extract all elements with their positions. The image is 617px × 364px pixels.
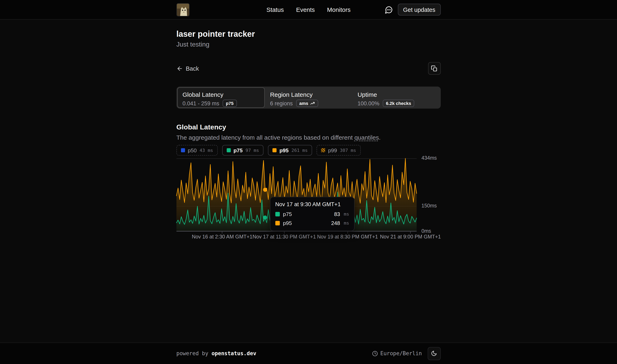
x-axis-tick-4: Nov 21 at 9:00 PM GMT+1 [380,234,441,240]
powered-by: powered by openstatus.dev [176,350,256,356]
p99-swatch [321,148,325,152]
y-axis-tick-150: 150ms [421,203,437,209]
tab-value: 0.041 - 259 ms [183,100,219,106]
tab-value: 6 regions [270,100,293,106]
feedback-chat-button[interactable] [385,5,393,14]
legend-value: 307 ms [340,148,356,153]
quantiles-link[interactable]: quantiles [354,134,379,141]
p50-swatch [181,148,185,152]
trending-up-icon [310,101,315,106]
legend-p95-button[interactable]: p95 261 ms [268,145,312,156]
tab-title: Region Latency [270,91,347,98]
legend-label: p75 [234,147,243,153]
legend-label: p99 [328,147,337,153]
x-axis-tick-2: Nov 17 at 11:30 PM GMT+1 [252,234,316,240]
legend-p99-button[interactable]: p99 307 ms [317,145,361,156]
nav-status[interactable]: Status [266,6,284,13]
cat-logo-graphic [177,3,190,16]
section-title: Global Latency [176,122,441,132]
tooltip-p75-swatch [275,212,280,216]
x-axis-tick-3: Nov 19 at 8:30 PM GMT+1 [317,234,378,240]
tab-title: Uptime [358,91,435,98]
tab-region-latency[interactable]: Region Latency 6 regions ams [265,87,352,108]
x-axis-tick-1: Nov 16 at 2:30 AM GMT+1 [192,234,252,240]
tooltip-row-p75: p75 83 ms [275,211,349,217]
tab-title: Global Latency [183,91,260,98]
theme-toggle-button[interactable] [428,347,441,360]
tooltip-label: p75 [283,211,331,217]
site-header: Status Events Monitors Get updates [0,0,617,20]
back-label: Back [186,65,199,72]
back-button[interactable]: Back [176,65,199,72]
section-description: The aggregated latency from all active r… [176,133,441,142]
tooltip-row-p95: p95 248 ms [275,220,349,226]
get-updates-button[interactable]: Get updates [398,4,441,15]
legend-label: p50 [188,147,197,153]
clock-icon [372,351,378,356]
logo-image[interactable] [176,3,190,16]
arrow-left-icon [176,65,183,72]
tooltip-value: 248 [331,220,340,226]
quantile-badge: p75 [223,100,237,107]
chart-legend: p50 43 ms p75 97 ms p95 261 ms p99 307 m… [176,145,441,156]
legend-value: 43 ms [199,148,213,153]
nav-events[interactable]: Events [296,6,315,13]
description-period: . [379,134,381,141]
tooltip-label: p95 [283,220,328,226]
metric-tabs: Global Latency 0.041 - 259 ms p75 Region… [176,87,441,109]
message-bubble-icon [385,5,393,14]
p95-swatch [273,148,276,152]
region-badge: ams [296,100,318,107]
tooltip-unit: ms [344,221,349,226]
moon-icon [431,350,437,356]
tooltip-unit: ms [344,211,349,217]
y-axis-tick-0: 0ms [421,228,431,234]
legend-p50-button[interactable]: p50 43 ms [176,145,218,156]
main-content: laser pointer tracker Just testing Back [176,20,441,240]
main-nav: Status Events Monitors [266,6,351,13]
y-axis-tick-434: 434ms [421,155,437,161]
copy-icon [431,65,438,72]
timezone-display: Europe/Berlin [372,350,422,356]
latency-chart: 434ms 150ms 0ms Nov 16 at 2:30 AM GMT+1 … [176,158,441,240]
site-footer: powered by openstatus.dev Europe/Berlin [0,342,617,364]
description-text: The aggregated latency from all active r… [176,134,354,141]
tab-global-latency[interactable]: Global Latency 0.041 - 259 ms p75 [177,87,265,108]
p75-swatch [226,148,231,152]
timezone-label: Europe/Berlin [380,350,422,356]
tooltip-value: 83 [334,211,340,217]
page-title: laser pointer tracker [176,29,441,39]
nav-monitors[interactable]: Monitors [327,6,351,13]
tooltip-timestamp: Nov 17 at 9:30 AM GMT+1 [275,201,349,208]
checks-badge: 6.2k checks [382,100,414,107]
legend-label: p95 [279,147,289,153]
tab-value: 100.00% [358,100,380,106]
region-badge-label: ams [299,100,308,106]
status-page: Status Events Monitors Get updates laser [0,0,617,364]
openstatus-link[interactable]: openstatus.dev [211,350,256,356]
powered-by-prefix: powered by [176,350,211,356]
copy-link-button[interactable] [428,62,441,75]
legend-value: 261 ms [291,148,308,153]
page-subtitle: Just testing [176,40,441,49]
legend-p75-button[interactable]: p75 97 ms [222,145,263,156]
chart-tooltip: Nov 17 at 9:30 AM GMT+1 p75 83 ms p95 24… [270,197,354,231]
tab-uptime[interactable]: Uptime 100.00% 6.2k checks [352,87,440,108]
tooltip-p95-swatch [275,221,280,225]
legend-value: 97 ms [246,148,259,153]
